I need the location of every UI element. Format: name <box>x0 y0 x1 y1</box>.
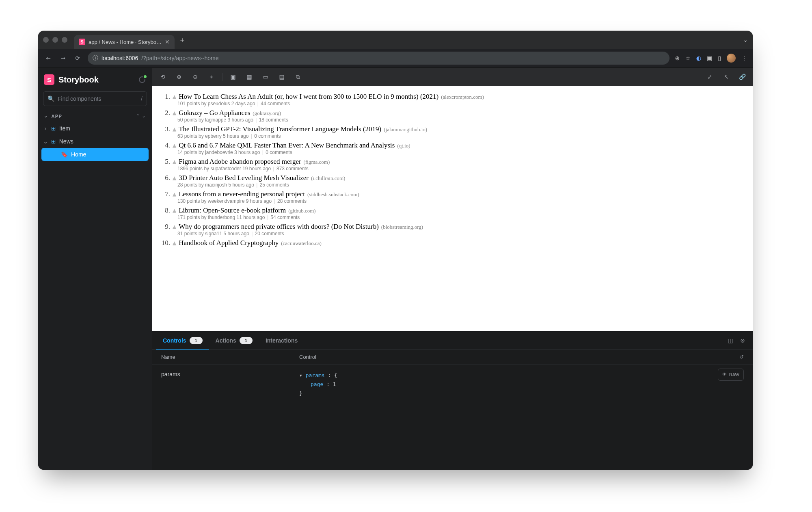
upvote-icon[interactable]: ▲ <box>173 126 176 132</box>
tab-interactions[interactable]: Interactions <box>259 332 304 349</box>
news-site[interactable]: (blobstreaming.org) <box>381 224 423 230</box>
upvote-icon[interactable]: ▲ <box>173 110 176 116</box>
measure-icon[interactable]: ▤ <box>276 71 287 82</box>
close-tab-icon[interactable]: ✕ <box>165 39 170 45</box>
news-comments-link[interactable]: 20 comments <box>255 231 284 236</box>
news-comments-link[interactable]: 54 comments <box>270 215 300 220</box>
sidebar-story-home[interactable]: 🔖 Home <box>41 148 149 161</box>
news-title-link[interactable]: Gokrazy – Go Appliances <box>179 109 250 117</box>
news-age[interactable]: 3 hours ago <box>234 150 260 155</box>
upvote-icon[interactable]: ▲ <box>173 208 176 213</box>
grid-icon[interactable]: ▦ <box>244 71 255 82</box>
news-comments-link[interactable]: 873 comments <box>276 166 309 171</box>
news-title-link[interactable]: How To Learn Chess As An Adult (or, how … <box>179 93 438 101</box>
news-site[interactable]: (github.com) <box>288 208 316 214</box>
outline-icon[interactable]: ⧉ <box>292 71 304 82</box>
zoom-reset-icon[interactable]: ⌖ <box>206 71 217 82</box>
news-site[interactable]: (gokrazy.org) <box>253 110 281 117</box>
news-age[interactable]: 11 hours ago <box>236 215 265 220</box>
news-author[interactable]: thunderbong <box>208 215 235 220</box>
fullscreen-icon[interactable]: ⤢ <box>704 71 715 82</box>
forward-icon[interactable]: → <box>58 54 67 63</box>
new-tab-button[interactable]: ＋ <box>179 35 186 45</box>
news-author[interactable]: jandeboevrie <box>205 150 233 155</box>
zoom-window-dot[interactable] <box>62 37 67 43</box>
extensions-puzzle-icon[interactable]: ▣ <box>707 55 712 61</box>
zoom-out-icon[interactable]: ⊖ <box>190 71 201 82</box>
sidebar-item-news[interactable]: ⌄ ⊞ News <box>41 135 149 148</box>
zoom-icon[interactable]: ⊕ <box>675 55 680 61</box>
bookmark-star-icon[interactable]: ☆ <box>685 55 691 61</box>
news-site[interactable]: (qt.io) <box>397 143 410 149</box>
controls-reset-icon[interactable]: ↺ <box>739 354 744 360</box>
news-age[interactable]: 9 hours ago <box>246 198 272 204</box>
status-indicator-icon[interactable] <box>138 76 146 84</box>
panel-orientation-icon[interactable]: ◫ <box>724 337 736 344</box>
upvote-icon[interactable]: ▲ <box>173 224 176 230</box>
news-title-link[interactable]: Why do programmers need private offices … <box>179 223 379 231</box>
sidebar-item-item[interactable]: › ⊞ Item <box>41 122 149 135</box>
news-site[interactable]: (siddhesh.substack.com) <box>307 191 359 198</box>
news-author[interactable]: lagniappe <box>205 117 226 123</box>
news-title-link[interactable]: The Illustrated GPT-2: Visualizing Trans… <box>179 125 381 133</box>
news-site[interactable]: (jalammar.github.io) <box>384 126 427 133</box>
news-author[interactable]: weekendvampire <box>208 198 245 204</box>
remount-icon[interactable]: ⟲ <box>157 71 168 82</box>
news-site[interactable]: (alexcrompton.com) <box>441 94 484 100</box>
news-author[interactable]: macinjosh <box>205 182 227 188</box>
reload-icon[interactable]: ⟳ <box>73 54 82 63</box>
background-icon[interactable]: ▣ <box>227 71 239 82</box>
back-icon[interactable]: ← <box>44 54 53 63</box>
tab-actions[interactable]: Actions 1 <box>209 332 259 349</box>
upvote-icon[interactable]: ▲ <box>173 94 176 100</box>
news-author[interactable]: pseudolus <box>208 101 230 106</box>
news-comments-link[interactable]: 0 comments <box>266 150 292 155</box>
news-comments-link[interactable]: 44 comments <box>261 101 290 106</box>
upvote-icon[interactable]: ▲ <box>173 175 176 181</box>
extension-icon[interactable]: ◐ <box>696 55 701 61</box>
news-age[interactable]: 5 hours ago <box>228 182 254 188</box>
viewport-icon[interactable]: ▭ <box>260 71 271 82</box>
news-author[interactable]: supafastcoder <box>210 166 241 171</box>
profile-avatar[interactable] <box>727 54 736 63</box>
tab-overflow-icon[interactable]: ⌄ <box>743 37 748 43</box>
minimize-window-dot[interactable] <box>52 37 58 43</box>
news-age[interactable]: 5 hours ago <box>223 231 249 236</box>
news-title-link[interactable]: Librum: Open-Source e-book platform <box>179 206 286 215</box>
news-comments-link[interactable]: 18 comments <box>259 117 288 123</box>
news-age[interactable]: 19 hours ago <box>242 166 271 171</box>
news-author[interactable]: signa11 <box>205 231 222 236</box>
sidebar-section-header[interactable]: ⌄ APP ⌃⌄ <box>38 111 152 121</box>
news-title-link[interactable]: Lessons from a never-ending personal pro… <box>179 190 305 198</box>
browser-tab[interactable]: S app / News - Home · Storybo… ✕ <box>74 35 175 49</box>
upvote-icon[interactable]: ▲ <box>173 159 176 165</box>
tab-controls[interactable]: Controls 1 <box>156 332 209 350</box>
close-window-dot[interactable] <box>43 37 49 43</box>
news-site[interactable]: (figma.com) <box>304 159 330 165</box>
news-age[interactable]: 5 hours ago <box>223 133 248 139</box>
open-external-icon[interactable]: ⇱ <box>720 71 732 82</box>
upvote-icon[interactable]: ▲ <box>173 191 176 197</box>
site-info-icon[interactable]: ⓘ <box>93 54 98 62</box>
news-age[interactable]: 3 hours ago <box>227 117 253 123</box>
news-author[interactable]: epberry <box>205 133 222 139</box>
news-site[interactable]: (cacr.uwaterloo.ca) <box>281 240 322 247</box>
expand-collapse-icon[interactable]: ⌃⌄ <box>136 113 146 119</box>
news-comments-link[interactable]: 25 comments <box>260 182 289 188</box>
json-collapse-icon[interactable]: ▾ <box>299 372 306 378</box>
news-age[interactable]: 2 days ago <box>231 101 255 106</box>
panel-close-icon[interactable]: ⊗ <box>736 337 749 344</box>
upvote-icon[interactable]: ▲ <box>173 240 176 246</box>
control-row-value[interactable]: 👁 RAW ▾ params : { page : 1 <box>299 371 744 463</box>
zoom-in-icon[interactable]: ⊕ <box>173 71 185 82</box>
news-title-link[interactable]: Qt 6.6 and 6.7 Make QML Faster Than Ever… <box>179 141 395 150</box>
news-title-link[interactable]: 3D Printer Auto Bed Leveling Mesh Visual… <box>179 174 309 182</box>
browser-menu-icon[interactable]: ⋮ <box>741 55 747 61</box>
news-title-link[interactable]: Handbook of Applied Cryptography <box>179 239 279 247</box>
news-comments-link[interactable]: 28 comments <box>277 198 307 204</box>
news-site[interactable]: (i.chillrain.com) <box>311 175 345 182</box>
copy-link-icon[interactable]: 🔗 <box>736 71 748 82</box>
sidepanel-icon[interactable]: ▯ <box>718 55 721 61</box>
address-field[interactable]: ⓘ localhost:6006 /?path=/story/app-news-… <box>88 52 669 65</box>
raw-toggle-button[interactable]: 👁 RAW <box>718 369 744 381</box>
